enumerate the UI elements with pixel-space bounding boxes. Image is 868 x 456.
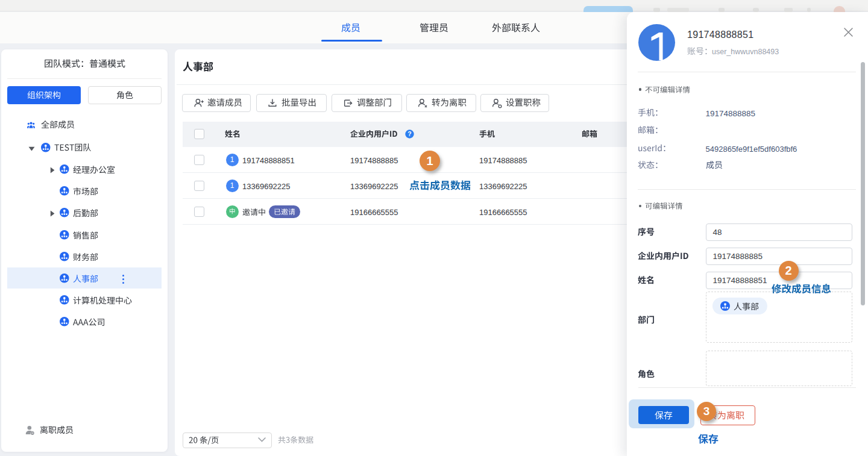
svg-text:?: ? xyxy=(407,130,411,137)
